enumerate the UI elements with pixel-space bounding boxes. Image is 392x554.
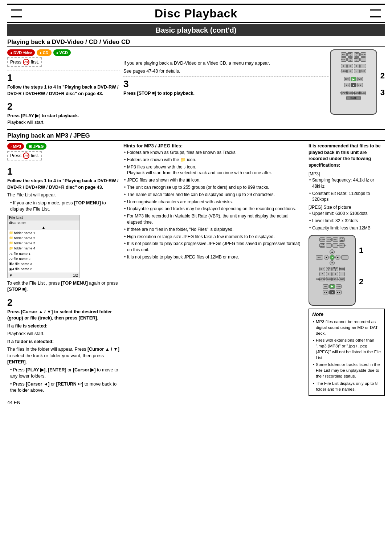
mp3-section-title: Playing back an MP3 / JPEG [7,132,385,141]
jpeg-badge: ▣ JPEG [26,143,46,150]
jpeg-icon: ▣ [29,144,32,148]
dvd-see-pages: See pages 47-48 for details. [123,68,328,75]
step3-text: Press [STOP ■] to stop playback. [123,90,328,97]
note-item: Some folders or tracks listed in the Fil… [312,362,381,379]
step3-num: 3 [123,78,328,90]
press-label: Press [10,60,21,65]
remote-labels-2: 1 2 [357,235,363,286]
spec-item: Sampling frequency: 44.1kHz or 48kHz [309,177,385,190]
remote-image-bottom: ZOOM VCR DVD CM SKIP TOP MENU MENU/LIST [309,235,356,306]
note-item: Files with extensions other than ".mp3 (… [312,337,381,360]
specs-mp3-list: Sampling frequency: 44.1kHz or 48kHz Con… [309,177,385,203]
if-file-text: Playback will start. [7,331,120,337]
hint-item: For MP3 file recorded in Variable Bit Ra… [123,213,305,225]
hints-list: Folders are known as Groups, files are k… [123,150,305,260]
cd-badge: ● CD [37,49,52,56]
note-item: MP3 files cannot be recorded as digital … [312,319,381,336]
hint-item: It is not possible to play back progress… [123,241,305,253]
mp3-dvd-button-icon: DVD [23,152,29,159]
dvd-badge: ● DVDVideo [7,49,35,56]
dvd-section-title: Playing back a DVD-Video / CD / Video CD [7,38,385,47]
mp3-badge: ♪ MP3 [7,143,24,150]
step1-num: 1 [7,72,120,83]
return-note: • Press [Cursor ◄] or [RETURN ↩] to move… [7,381,120,394]
stop-mode-note: • If you are in stop mode, press [TOP ME… [7,200,120,213]
mp3-step2-num: 2 [7,297,120,308]
hint-item: Folders are known as Groups, files are k… [123,150,305,156]
page-title: Disc Playback [7,4,385,23]
mp3-step1-num: 1 [7,166,120,177]
scroll-up-btn[interactable]: ▲ [42,225,45,229]
dvd-button-icon: DVD [23,59,29,65]
first-label: first. [31,60,39,65]
note-title: Note [312,311,381,317]
specs-jpeg-label: [JPEG] Size of picture [309,204,385,211]
hint-item: It is not possible to play back JPEG fil… [123,254,305,260]
note-item: The File List displays only up to 8 fold… [312,380,381,392]
spec-item: Upper limit: 6300 x 5100dots [309,211,385,217]
hint-item: High resolution or large-size JPEG files… [123,234,305,240]
note-box: Note MP3 files cannot be recorded as dig… [309,309,385,396]
dvd-mid-text: If you are playing back a DVD-Video or a… [123,60,328,67]
page-number: 44 EN [7,400,20,405]
if-file-title: If a file is selected: [7,323,120,330]
hint-item: JPEG files are shown with the ▣ icon. [123,177,305,183]
file-list-footer: ▼ 1/2 [8,273,79,278]
file-list-header: File List [8,215,79,220]
page-indicator: 1/2 [73,273,78,277]
if-folder-title: If a folder is selected: [7,339,120,345]
list-item: 📁 folder name 2 [9,236,78,241]
file-list-appears: The File List will appear. [7,192,120,199]
vcd-badge: ● VCD [53,49,71,56]
hint-item: The name of each folder and file can be … [123,192,305,198]
file-list-subheader: disc name [8,220,79,225]
spec-item: Capacity limit: less than 12MB [309,225,385,231]
list-item: 📁 folder name 4 [9,246,78,251]
exit-text: To exit the File List , press [TOP MENU]… [7,280,120,293]
list-item: 📁 folder name 1 [9,231,78,236]
list-item: ▣ 3 file name 3 [9,261,78,266]
step2-num: 2 [7,101,120,112]
scroll-down-btn[interactable]: ▼ [9,273,13,277]
hints-title: Hints for MP3 / JPEG files: [123,143,305,148]
hint-item: Unplayable groups and tracks may be disp… [123,206,305,212]
cd-disc-icon: ● [40,51,42,55]
mp3-icon: ♪ [10,144,12,148]
remote-image-top: BIT ABC2 DEF3 PROG FORO TUV8 WXYZ9 7 8 [330,49,377,115]
if-folder-text: The files in the folder will appear. Pre… [7,346,120,366]
list-item: 📁 folder name 3 [9,241,78,246]
hint-item: Folders are shown with the 📁 icon. [123,157,305,163]
step1-text: Follow the steps 1 to 4 in "Playing back… [7,84,120,97]
mp3-press-label: Press [10,153,21,158]
specs-mp3-label: [MP3] [309,171,385,177]
spec-item: Constant Bit Rate: 112kbps to 320kbps [309,191,385,203]
specs-jpeg-list: Upper limit: 6300 x 5100dots Lower limit… [309,211,385,231]
hint-item: If there are no files in the folder, "No… [123,227,305,233]
list-item: ▣ 4 file name 2 [9,266,78,272]
list-item: ♪ 2 file name 2 [9,256,78,261]
section-banner: Basic playback (cont'd) [7,24,385,36]
page-footer: 44 EN [7,400,385,405]
mp3-first-label: first. [31,153,39,158]
vcd-disc-icon: ● [56,51,58,55]
hint-item: Unrecognisable characters are replaced w… [123,199,305,205]
file-list-box: File List disc name ▲ 📁 folder name 1 📁 … [7,215,80,278]
spec-item: Lower limit: 32 x 32dots [309,218,385,224]
hint-item: MP3 files are shown with the ♪ icon.Play… [123,164,305,176]
note-list: MP3 files cannot be recorded as digital … [312,319,381,392]
step2-text: Press [PLAY ▶] to start playback. Playba… [7,113,120,126]
mp3-step2-text: Press [Cursor ▲ / ▼] to select the desir… [7,309,120,322]
list-item: ♪ 1 file name 1 [9,251,78,256]
dvd-disc-icon: ● [10,51,12,55]
remote-labels: 2 3 [379,49,385,97]
play-enter-note: • Press [PLAY ▶], [ENTER] or [Cursor ▶] … [7,367,120,380]
hint-item: The unit can recognise up to 255 groups … [123,184,305,191]
mp3-step1-text: Follow the steps 1 to 4 in "Playing back… [7,178,120,191]
specs-intro: It is recommended that files to be playe… [309,143,385,168]
